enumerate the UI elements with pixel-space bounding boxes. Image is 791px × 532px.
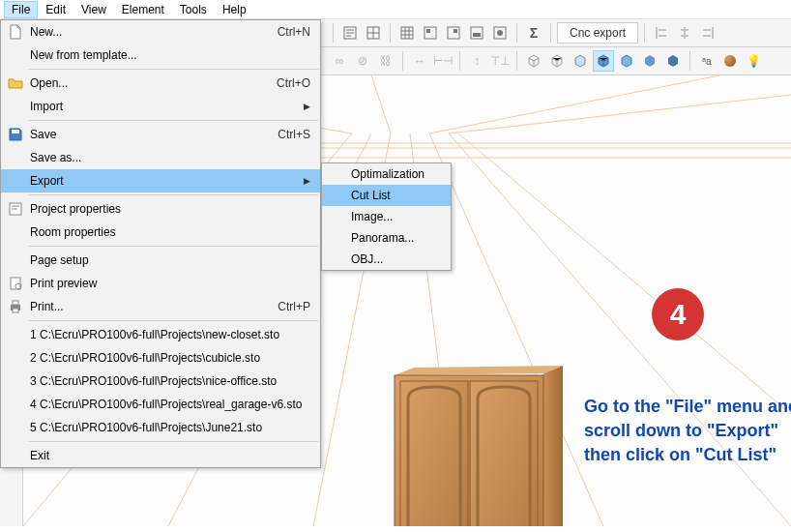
menu-tools[interactable]: Tools xyxy=(172,1,215,18)
report-icon[interactable] xyxy=(339,22,361,44)
unlink-icon[interactable]: ⊘ xyxy=(352,50,373,72)
save-icon xyxy=(7,126,24,143)
textured1-icon[interactable] xyxy=(639,50,660,72)
dim-h-icon[interactable]: ↔ xyxy=(409,50,430,72)
svg-rect-32 xyxy=(12,130,19,133)
lightbulb-icon[interactable]: 💡 xyxy=(743,50,764,72)
menu-page-setup-label: Page setup xyxy=(30,253,89,267)
submenu-label: Image... xyxy=(351,210,393,223)
menu-file[interactable]: File xyxy=(4,1,38,18)
menu-new-template[interactable]: New from template... xyxy=(1,44,320,67)
hidden-line-icon[interactable] xyxy=(570,50,591,72)
menu-exit-label: Exit xyxy=(30,449,49,462)
menu-export[interactable]: Export ▶ xyxy=(1,169,320,192)
menu-open[interactable]: Open... Ctrl+O xyxy=(1,72,320,95)
svg-rect-2 xyxy=(401,27,413,39)
menu-project-properties[interactable]: Project properties xyxy=(1,197,320,221)
menu-new-label: New... xyxy=(30,25,62,39)
dim-vsplit-icon[interactable]: ⊤⊥ xyxy=(489,50,511,72)
menu-new[interactable]: New... Ctrl+N xyxy=(1,20,320,44)
menu-print-shortcut: Ctrl+P xyxy=(278,300,310,313)
submenu-obj[interactable]: OBJ... xyxy=(322,249,451,270)
layout4-icon[interactable] xyxy=(489,22,511,44)
menu-recent-3[interactable]: 3 C:\Ecru\PRO100v6-full\Projects\nice-of… xyxy=(1,369,320,393)
sigma-icon[interactable]: Σ xyxy=(523,22,544,44)
svg-marker-25 xyxy=(543,366,563,526)
svg-rect-37 xyxy=(13,301,18,305)
menu-room-properties-label: Room properties xyxy=(30,225,116,239)
menu-recent-2[interactable]: 2 C:\Ecru\PRO100v6-full\Projects\cubicle… xyxy=(1,346,320,369)
menu-exit[interactable]: Exit xyxy=(1,444,320,467)
menu-save-label: Save xyxy=(30,128,56,141)
shaded-edge-icon[interactable] xyxy=(616,50,637,72)
print-preview-icon xyxy=(7,275,24,292)
new-file-icon xyxy=(7,23,24,41)
wireframe2-icon[interactable] xyxy=(546,50,568,72)
file-menu-dropdown: New... Ctrl+N New from template... Open.… xyxy=(0,19,321,468)
submenu-cut-list[interactable]: Cut List xyxy=(322,185,451,206)
menu-page-setup[interactable]: Page setup xyxy=(1,249,320,272)
menu-save-as[interactable]: Save as... xyxy=(1,146,320,169)
menubar: File Edit View Element Tools Help xyxy=(0,0,791,19)
menu-edit[interactable]: Edit xyxy=(38,1,73,18)
dim-v-icon[interactable]: ↕ xyxy=(466,50,487,72)
cabinet-model[interactable] xyxy=(391,366,565,526)
menu-recent-5[interactable]: 5 C:\Ecru\PRO100v6-full\Projects\June21.… xyxy=(1,416,320,439)
menu-save-shortcut: Ctrl+S xyxy=(278,128,310,141)
align-left-icon[interactable] xyxy=(651,22,672,44)
material-icon[interactable] xyxy=(719,50,741,72)
table-icon[interactable] xyxy=(363,22,384,44)
link-icon[interactable]: ∞ xyxy=(329,50,350,72)
shaded-icon[interactable] xyxy=(593,50,614,72)
wireframe1-icon[interactable] xyxy=(523,50,544,72)
svg-marker-26 xyxy=(395,366,563,375)
menu-new-shortcut: Ctrl+N xyxy=(278,25,310,39)
menu-open-shortcut: Ctrl+O xyxy=(277,76,310,90)
align-right-icon[interactable] xyxy=(697,22,718,44)
menu-recent-1[interactable]: 1 C:\Ecru\PRO100v6-full\Projects\new-clo… xyxy=(1,323,320,346)
svg-rect-8 xyxy=(473,33,481,37)
menu-save[interactable]: Save Ctrl+S xyxy=(1,123,320,146)
recent-file-label: 2 C:\Ecru\PRO100v6-full\Projects\cubicle… xyxy=(30,351,260,365)
submenu-image[interactable]: Image... xyxy=(322,206,451,227)
menu-print-preview[interactable]: Print preview xyxy=(1,272,320,295)
svg-rect-4 xyxy=(426,29,430,33)
folder-open-icon xyxy=(7,74,24,92)
submenu-label: Optimalization xyxy=(351,167,425,181)
svg-line-23 xyxy=(429,75,719,133)
menu-import[interactable]: Import ▶ xyxy=(1,95,320,118)
menu-help[interactable]: Help xyxy=(215,1,254,18)
print-icon xyxy=(7,298,24,315)
menu-recent-4[interactable]: 4 C:\Ecru\PRO100v6-full\Projects\real_ga… xyxy=(1,393,320,416)
recent-file-label: 4 C:\Ecru\PRO100v6-full\Projects\real_ga… xyxy=(30,398,302,411)
submenu-panorama[interactable]: Panorama... xyxy=(322,227,451,249)
labels-icon[interactable]: ªa xyxy=(696,50,718,72)
svg-point-10 xyxy=(497,30,503,36)
recent-file-label: 3 C:\Ecru\PRO100v6-full\Projects\nice-of… xyxy=(30,374,277,388)
textured2-icon[interactable] xyxy=(662,50,684,72)
submenu-optimalization[interactable]: Optimalization xyxy=(322,163,451,185)
svg-line-22 xyxy=(371,75,391,133)
svg-rect-28 xyxy=(400,381,468,526)
menu-room-properties[interactable]: Room properties xyxy=(1,221,320,244)
callout-instruction-text: Go to the "File" menu and scroll down to… xyxy=(584,395,791,468)
submenu-label: Panorama... xyxy=(351,231,414,245)
grid-icon[interactable] xyxy=(396,22,418,44)
align-center-h-icon[interactable] xyxy=(674,22,695,44)
dim-split-icon[interactable]: ⊢⊣ xyxy=(432,50,454,72)
layout3-icon[interactable] xyxy=(466,22,487,44)
menu-element[interactable]: Element xyxy=(114,1,172,18)
menu-print-preview-label: Print preview xyxy=(30,277,97,290)
menu-print[interactable]: Print... Ctrl+P xyxy=(1,295,320,318)
properties-icon xyxy=(7,200,24,218)
callout-number-badge: 4 xyxy=(652,288,704,340)
menu-print-label: Print... xyxy=(30,300,64,313)
menu-new-template-label: New from template... xyxy=(30,48,137,62)
menu-view[interactable]: View xyxy=(73,1,114,18)
chain-icon[interactable]: ⛓ xyxy=(375,50,396,72)
layout1-icon[interactable] xyxy=(420,22,441,44)
svg-rect-38 xyxy=(13,309,18,312)
cnc-export-button[interactable]: Cnc export xyxy=(557,22,638,44)
layout2-icon[interactable] xyxy=(443,22,464,44)
menu-export-label: Export xyxy=(30,174,64,188)
